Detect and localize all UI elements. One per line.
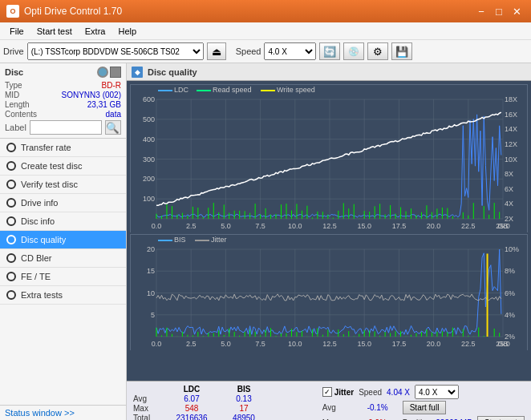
speed-label: Speed: [236, 46, 261, 56]
disc-type-value: BD-R: [102, 81, 121, 90]
status-window-link[interactable]: Status window >>: [5, 408, 75, 418]
sidebar-item-disc-info[interactable]: Disc info: [0, 212, 126, 231]
sidebar-item-disc-quality[interactable]: Disc quality: [0, 231, 126, 249]
sidebar-item-drive-info[interactable]: Drive info: [0, 194, 126, 212]
avg-row: Avg 6.07 0.13: [133, 394, 322, 403]
total-ldc: 2316636: [164, 414, 220, 420]
menu-file[interactable]: File: [3, 25, 30, 38]
app-title: Opti Drive Control 1.70: [24, 6, 122, 17]
disc-icon: [97, 67, 108, 78]
total-row: Total 2316636 48950: [133, 414, 322, 420]
nav-label-disc-info: Disc info: [21, 216, 55, 226]
charts-area: [127, 81, 531, 381]
nav-label-fe-te: FE / TE: [21, 272, 51, 281]
menu-extra[interactable]: Extra: [79, 25, 112, 38]
drive-select[interactable]: (L:) TSSTcorp BDDVDW SE-506CB TS02: [27, 42, 204, 60]
avg-jitter: -0.1%: [358, 403, 398, 412]
max-jitter-row: Max 0.0% Position 23862 MB Start part: [322, 416, 525, 420]
drive-toolbar: Drive (L:) TSSTcorp BDDVDW SE-506CB TS02…: [0, 40, 531, 63]
max-bis: 17: [220, 404, 268, 413]
stats-panel: LDC BIS Avg 6.07 0.13 Max 548 17: [127, 381, 531, 420]
status-bar: Status window >> 100.0% 26:43 Test compl…: [0, 405, 126, 420]
disc-label-input[interactable]: [30, 120, 102, 135]
nav-icon-transfer-rate: [6, 143, 16, 152]
menu-start-test[interactable]: Start test: [30, 25, 79, 38]
nav-label-cd-bler: CD Bler: [21, 253, 52, 263]
bottom-chart-canvas: [131, 235, 527, 351]
nav-items: Transfer rate Create test disc Verify te…: [0, 139, 126, 405]
max-row: Max 548 17: [133, 404, 322, 413]
jitter-checkbox[interactable]: ✓: [322, 387, 332, 397]
avg-jitter-row: Avg -0.1% Start full: [322, 401, 525, 414]
maximize-button[interactable]: □: [491, 4, 507, 18]
max-ldc: 548: [164, 404, 220, 413]
eject-button[interactable]: ⏏: [207, 42, 226, 60]
nav-icon-verify-test-disc: [6, 180, 16, 189]
window-controls[interactable]: − □ ✕: [473, 4, 525, 18]
sidebar-item-create-test-disc[interactable]: Create test disc: [0, 157, 126, 176]
save-button[interactable]: 💾: [391, 42, 412, 60]
refresh-button[interactable]: 🔄: [319, 42, 340, 60]
disc-settings-icon: [110, 67, 121, 78]
sidebar-item-transfer-rate[interactable]: Transfer rate: [0, 139, 126, 157]
total-bis: 48950: [220, 414, 268, 420]
disc-length-label: Length: [5, 100, 30, 109]
nav-label-transfer-rate: Transfer rate: [21, 143, 71, 152]
disc-type-label: Type: [5, 81, 22, 90]
nav-label-verify-test-disc: Verify test disc: [21, 180, 78, 189]
settings-button[interactable]: ⚙: [367, 42, 388, 60]
title-bar-left: O Opti Drive Control 1.70: [6, 5, 122, 18]
sidebar-item-extra-tests[interactable]: Extra tests: [0, 286, 126, 305]
jitter-speed-row: ✓ Jitter Speed 4.04 X 4.0 X: [322, 385, 525, 399]
nav-icon-disc-quality: [6, 235, 16, 244]
top-chart-canvas: [131, 85, 527, 233]
nav-icon-drive-info: [6, 198, 16, 208]
disc-type-row: Type BD-R: [5, 81, 121, 90]
bis-chart: [130, 234, 528, 350]
menu-bar: File Start test Extra Help: [0, 22, 531, 40]
disc-mid-label: MID: [5, 91, 19, 99]
avg-label2: Avg: [322, 403, 353, 412]
nav-icon-cd-bler: [6, 253, 16, 263]
speed-stat-select[interactable]: 4.0 X: [415, 385, 459, 399]
disc-panel-title: Disc: [5, 67, 23, 77]
nav-label-extra-tests: Extra tests: [21, 290, 63, 300]
sidebar-item-verify-test-disc[interactable]: Verify test disc: [0, 176, 126, 194]
total-label: Total: [133, 414, 164, 420]
main-area: Disc Type BD-R MID SONYNN3 (002) Length …: [0, 63, 531, 420]
drive-label: Drive: [3, 46, 24, 56]
avg-label: Avg: [133, 394, 164, 403]
start-full-button[interactable]: Start full: [403, 401, 447, 414]
right-stats: ✓ Jitter Speed 4.04 X 4.0 X Avg -0.1% St: [322, 385, 525, 420]
avg-ldc: 6.07: [164, 394, 220, 403]
col-ldc: LDC: [164, 385, 220, 394]
sidebar-item-cd-bler[interactable]: CD Bler: [0, 249, 126, 268]
disc-button[interactable]: 💿: [343, 42, 364, 60]
nav-icon-create-test-disc: [6, 161, 16, 171]
close-button[interactable]: ✕: [509, 4, 525, 18]
nav-label-drive-info: Drive info: [21, 198, 58, 208]
speed-select-toolbar[interactable]: 4.0 X: [264, 42, 316, 60]
col-bis: BIS: [220, 385, 268, 394]
quality-icon: ◆: [132, 67, 143, 78]
disc-label-label: Label: [5, 123, 26, 132]
disc-label-button[interactable]: 🔍: [105, 120, 121, 135]
max-label: Max: [133, 404, 164, 413]
disc-mid-value: SONYNN3 (002): [62, 91, 121, 99]
disc-length-row: Length 23,31 GB: [5, 100, 121, 109]
stats-table: LDC BIS Avg 6.07 0.13 Max 548 17: [133, 385, 322, 420]
nav-label-create-test-disc: Create test disc: [21, 161, 82, 171]
menu-help[interactable]: Help: [111, 25, 143, 38]
jitter-label: Jitter: [334, 388, 354, 397]
start-part-button[interactable]: Start part: [477, 416, 525, 420]
nav-label-disc-quality: Disc quality: [21, 235, 66, 244]
disc-length-value: 23,31 GB: [87, 100, 121, 109]
minimize-button[interactable]: −: [473, 4, 489, 18]
ldc-chart: [130, 84, 528, 232]
disc-contents-label: Contents: [5, 110, 37, 119]
speed-stat-label: Speed: [359, 388, 382, 397]
quality-header: ◆ Disc quality: [127, 63, 531, 81]
nav-icon-fe-te: [6, 272, 16, 281]
sidebar-item-fe-te[interactable]: FE / TE: [0, 268, 126, 286]
sidebar: Disc Type BD-R MID SONYNN3 (002) Length …: [0, 63, 127, 420]
